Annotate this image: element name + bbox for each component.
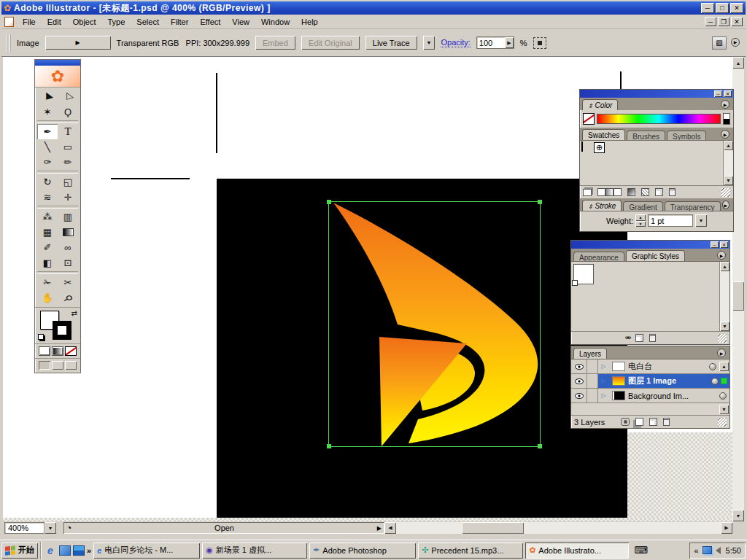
zoom-dropdown-button[interactable]: ▼ bbox=[44, 522, 56, 534]
tab-color[interactable]: ⇕ Color bbox=[582, 99, 618, 110]
desktop-quicklaunch-icon[interactable] bbox=[73, 545, 85, 556]
graphic-styles-scrollbar[interactable]: ▲ ▼ bbox=[719, 262, 729, 331]
rectangle-tool[interactable]: ▭ bbox=[58, 139, 78, 155]
layer-name[interactable]: 电白台 bbox=[628, 361, 709, 372]
gradient-swatch-icon[interactable] bbox=[627, 188, 635, 196]
pen-tool[interactable]: ✒ bbox=[37, 124, 58, 139]
stroke-menu-icon[interactable]: ▶ bbox=[722, 201, 729, 209]
task-mp3[interactable]: ✣ Precedent 15.mp3... bbox=[418, 542, 523, 559]
graph-style-icon[interactable]: ▧ bbox=[712, 36, 727, 50]
start-button[interactable]: 开始 bbox=[1, 542, 38, 559]
palette-titlebar[interactable]: ─ ✕ bbox=[580, 90, 733, 98]
swatches-scrollbar[interactable]: ▲ ▼ bbox=[723, 141, 733, 185]
magic-wand-tool[interactable]: ✶ bbox=[37, 104, 58, 120]
tab-symbols[interactable]: Symbols bbox=[667, 131, 706, 140]
task-illustrator[interactable]: ✿ Adobe Illustrato... bbox=[525, 542, 629, 559]
scroll-up-button[interactable]: ▲ bbox=[724, 141, 733, 150]
swap-fill-stroke-icon[interactable]: ⇄ bbox=[71, 309, 77, 317]
zoom-tool[interactable]: ⚲ bbox=[58, 290, 78, 306]
stroke-swatch[interactable] bbox=[53, 321, 71, 340]
scroll-up-button[interactable]: ▲ bbox=[719, 362, 729, 371]
none-mode-button[interactable] bbox=[65, 346, 77, 356]
symbol-sprayer-tool[interactable]: ⁂ bbox=[37, 209, 58, 225]
vertical-scroll-thumb[interactable] bbox=[732, 281, 744, 311]
weight-dropdown-button[interactable]: ▼ bbox=[695, 214, 707, 227]
scroll-down-button[interactable]: ▼ bbox=[732, 510, 744, 521]
minimize-button[interactable]: ─ bbox=[701, 3, 714, 13]
doc-restore-button[interactable]: ❐ bbox=[718, 17, 729, 26]
layer-row[interactable]: ▷ 电白台 ▲ bbox=[571, 359, 729, 374]
standard-screen-button[interactable] bbox=[39, 361, 50, 370]
scroll-down-button[interactable]: ▼ bbox=[719, 405, 729, 414]
delete-layer-button[interactable] bbox=[663, 418, 670, 426]
scroll-down-button[interactable]: ▼ bbox=[720, 322, 729, 331]
delete-swatch-button[interactable] bbox=[669, 188, 676, 196]
hscroll-left-button[interactable]: ◀ bbox=[384, 522, 396, 534]
tools-palette-titlebar[interactable] bbox=[35, 60, 80, 66]
opacity-spinner[interactable]: ▶ bbox=[505, 37, 514, 48]
default-graphic-style[interactable] bbox=[573, 264, 594, 284]
registration-swatch[interactable]: ⊕ bbox=[594, 142, 605, 153]
scissors-tool[interactable]: ✂ bbox=[58, 275, 78, 290]
hscroll-right-button[interactable]: ▶ bbox=[721, 522, 732, 534]
target-icon[interactable] bbox=[709, 363, 716, 370]
trace-presets-button[interactable]: ▼ bbox=[423, 36, 436, 50]
menu-type[interactable]: Type bbox=[103, 16, 131, 28]
scale-tool[interactable]: ◱ bbox=[58, 174, 78, 190]
break-link-icon[interactable]: ⚮ bbox=[625, 334, 630, 342]
new-layer-button[interactable] bbox=[649, 418, 657, 426]
delete-style-button[interactable] bbox=[649, 334, 656, 342]
selection-tool[interactable]: ▶ bbox=[37, 89, 58, 104]
keyboard-layout-icon[interactable]: ⌨ bbox=[631, 545, 651, 556]
direct-selection-tool[interactable]: ▷ bbox=[58, 89, 78, 104]
resize-grip-icon[interactable] bbox=[721, 188, 730, 197]
opacity-link[interactable]: Opacity: bbox=[441, 38, 470, 47]
palette-titlebar[interactable]: ─ ✕ bbox=[571, 241, 729, 249]
lock-toggle[interactable] bbox=[587, 389, 598, 402]
graphic-styles-menu-icon[interactable]: ▶ bbox=[717, 251, 726, 260]
task-photoshop[interactable]: ✒ Adobe Photoshop bbox=[309, 542, 416, 559]
color-spectrum-bar[interactable] bbox=[597, 114, 721, 124]
palette-minimize-button[interactable]: ─ bbox=[714, 90, 722, 97]
target-icon[interactable] bbox=[719, 392, 727, 400]
tray-chevron-icon[interactable]: « bbox=[694, 546, 698, 555]
gradient-mode-button[interactable] bbox=[52, 346, 63, 356]
gradient-tool[interactable] bbox=[58, 225, 78, 240]
weight-stepper[interactable]: ▲▼ bbox=[635, 214, 646, 227]
weight-field[interactable]: 1 pt bbox=[648, 214, 693, 227]
color-mode-button[interactable] bbox=[39, 346, 50, 356]
fullscreen-button[interactable] bbox=[65, 361, 77, 370]
swatch-kind-segment[interactable] bbox=[597, 188, 622, 196]
visibility-toggle[interactable] bbox=[571, 374, 587, 388]
horizontal-scrollbar[interactable] bbox=[396, 522, 721, 534]
expand-arrow-icon[interactable]: ▷ bbox=[598, 389, 609, 402]
new-swatch-button[interactable] bbox=[655, 188, 663, 196]
maximize-button[interactable]: □ bbox=[716, 3, 729, 13]
graph-tool[interactable]: ▥ bbox=[58, 209, 78, 225]
control-bar-menu-icon[interactable]: ▶ bbox=[731, 38, 740, 47]
layer-row[interactable]: ▷ Background Im... bbox=[571, 389, 729, 403]
embed-button[interactable]: Embed bbox=[255, 36, 295, 50]
control-bar-grip[interactable] bbox=[6, 34, 11, 52]
color-menu-icon[interactable]: ▶ bbox=[721, 100, 729, 109]
task-scene[interactable]: ◉ 新场景 1 虚拟... bbox=[202, 542, 307, 559]
lock-toggle[interactable] bbox=[587, 374, 598, 388]
volume-tray-icon[interactable] bbox=[716, 547, 721, 554]
scroll-up-button[interactable]: ▲ bbox=[732, 57, 744, 69]
path-segment-horizontal[interactable] bbox=[111, 178, 190, 179]
expand-arrow-icon[interactable]: ▷ bbox=[598, 374, 609, 388]
lasso-tool[interactable]: Ϙ bbox=[58, 104, 78, 120]
tab-layers[interactable]: Layers bbox=[573, 348, 607, 359]
quicklaunch-overflow-chevron[interactable]: » bbox=[87, 546, 91, 555]
clipping-mask-button[interactable] bbox=[621, 418, 630, 426]
type-tool[interactable]: T bbox=[58, 124, 78, 139]
vertical-scrollbar[interactable]: ▲ ▼ bbox=[732, 57, 744, 521]
menu-help[interactable]: Help bbox=[296, 16, 323, 28]
menu-object[interactable]: Object bbox=[68, 16, 101, 28]
layers-menu-icon[interactable]: ▶ bbox=[717, 349, 726, 357]
horizontal-scroll-thumb[interactable] bbox=[462, 522, 524, 534]
pattern-swatch-icon[interactable] bbox=[641, 188, 649, 196]
tab-transparency[interactable]: Transparency bbox=[665, 201, 721, 211]
layer-name[interactable]: 图层 1 Image bbox=[628, 376, 711, 386]
palette-close-button[interactable]: ✕ bbox=[720, 241, 728, 248]
